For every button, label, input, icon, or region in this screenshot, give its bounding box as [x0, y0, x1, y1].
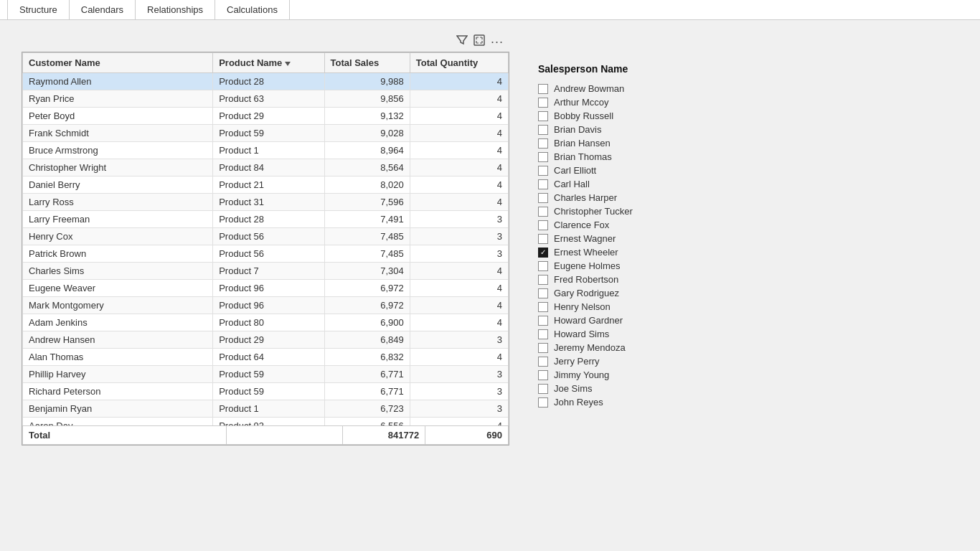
- salesperson-checkbox[interactable]: [538, 84, 548, 94]
- table-row[interactable]: Patrick BrownProduct 567,4853: [23, 245, 509, 263]
- cell-total-sales: 6,771: [324, 366, 410, 383]
- salesperson-checkbox[interactable]: [538, 193, 548, 203]
- salesperson-name-label: Henry Nelson: [554, 301, 611, 312]
- salesperson-checkbox[interactable]: [538, 261, 548, 271]
- salesperson-item[interactable]: Bobby Russell: [538, 109, 696, 123]
- salesperson-checkbox[interactable]: [538, 138, 548, 149]
- table-row[interactable]: Adam JenkinsProduct 806,9004: [23, 314, 509, 331]
- table-row[interactable]: Eugene WeaverProduct 966,9724: [23, 280, 509, 297]
- salesperson-checkbox[interactable]: [538, 207, 548, 217]
- salesperson-checkbox[interactable]: [538, 234, 548, 244]
- table-row[interactable]: Larry RossProduct 317,5964: [23, 194, 509, 211]
- nav-item-calculations[interactable]: Calculations: [215, 0, 290, 19]
- svg-rect-0: [474, 35, 484, 45]
- more-options-icon[interactable]: ···: [491, 35, 504, 48]
- filter-icon[interactable]: [456, 34, 468, 49]
- table-row[interactable]: Alan ThomasProduct 646,8324: [23, 349, 509, 366]
- salesperson-checkbox[interactable]: [538, 316, 548, 326]
- cell-total-sales: 7,491: [324, 211, 410, 228]
- col-header-total_sales[interactable]: Total Sales: [324, 53, 410, 73]
- table-row[interactable]: Henry CoxProduct 567,4853: [23, 228, 509, 245]
- table-row[interactable]: Benjamin RyanProduct 16,7233: [23, 400, 509, 418]
- cell-total-quantity: 3: [410, 331, 508, 349]
- salesperson-name-label: Carl Hall: [554, 179, 590, 189]
- table-row[interactable]: Phillip HarveyProduct 596,7713: [23, 366, 509, 383]
- table-row[interactable]: Peter BoydProduct 299,1324: [23, 108, 509, 125]
- salesperson-name-label: Ernest Wagner: [554, 233, 616, 244]
- expand-icon[interactable]: [473, 34, 485, 49]
- salesperson-checkbox[interactable]: ✓: [538, 248, 548, 258]
- salesperson-item[interactable]: Ernest Wagner: [538, 232, 696, 245]
- salesperson-item[interactable]: Jerry Perry: [538, 354, 696, 368]
- nav-item-structure[interactable]: Structure: [7, 0, 70, 19]
- salesperson-item[interactable]: Howard Sims: [538, 327, 696, 341]
- salesperson-item[interactable]: Carl Elliott: [538, 164, 696, 177]
- nav-item-calendars[interactable]: Calendars: [70, 0, 136, 19]
- salesperson-checkbox[interactable]: [538, 370, 548, 380]
- salesperson-item[interactable]: ✓Ernest Wheeler: [538, 245, 696, 259]
- cell-customer-name: Andrew Hansen: [23, 331, 213, 349]
- salesperson-item[interactable]: Jimmy Young: [538, 368, 696, 382]
- table-row[interactable]: Bruce ArmstrongProduct 18,9644: [23, 142, 509, 159]
- salesperson-checkbox[interactable]: [538, 329, 548, 339]
- salesperson-item[interactable]: Joe Sims: [538, 382, 696, 395]
- salesperson-checkbox[interactable]: [538, 357, 548, 367]
- salesperson-item[interactable]: Eugene Holmes: [538, 259, 696, 273]
- salesperson-checkbox[interactable]: [538, 111, 548, 121]
- salesperson-checkbox[interactable]: [538, 125, 548, 135]
- salesperson-checkbox[interactable]: [538, 302, 548, 312]
- table-row[interactable]: Aaron DayProduct 936,5564: [23, 418, 509, 426]
- cell-product-name: Product 7: [213, 263, 324, 280]
- salesperson-item[interactable]: Arthur Mccoy: [538, 95, 696, 109]
- table-row[interactable]: Mark MontgomeryProduct 966,9724: [23, 297, 509, 314]
- salesperson-checkbox[interactable]: [538, 152, 548, 162]
- table-scroll-container[interactable]: Customer NameProduct NameTotal SalesTota…: [22, 52, 509, 425]
- cell-total-quantity: 4: [410, 194, 508, 211]
- salesperson-checkbox[interactable]: [538, 166, 548, 176]
- salesperson-checkbox[interactable]: [538, 98, 548, 108]
- salesperson-item[interactable]: Carl Hall: [538, 177, 696, 191]
- cell-total-quantity: 3: [410, 366, 508, 383]
- table-row[interactable]: Larry FreemanProduct 287,4913: [23, 211, 509, 228]
- table-row[interactable]: Ryan PriceProduct 639,8564: [23, 90, 509, 108]
- col-header-customer_name[interactable]: Customer Name: [23, 53, 213, 73]
- salesperson-checkbox[interactable]: [538, 275, 548, 285]
- table-row[interactable]: Andrew HansenProduct 296,8493: [23, 331, 509, 349]
- salesperson-item[interactable]: Henry Nelson: [538, 300, 696, 314]
- salesperson-checkbox[interactable]: [538, 397, 548, 408]
- table-row[interactable]: Daniel BerryProduct 218,0204: [23, 176, 509, 194]
- salesperson-name-label: Christopher Tucker: [554, 206, 633, 217]
- cell-customer-name: Frank Schmidt: [23, 125, 213, 142]
- col-header-product_name[interactable]: Product Name: [213, 53, 324, 73]
- cell-product-name: Product 28: [213, 211, 324, 228]
- salesperson-item[interactable]: Fred Robertson: [538, 273, 696, 286]
- cell-product-name: Product 63: [213, 90, 324, 108]
- nav-item-relationships[interactable]: Relationships: [136, 0, 215, 19]
- salesperson-item[interactable]: Christopher Tucker: [538, 204, 696, 218]
- salesperson-checkbox[interactable]: [538, 343, 548, 353]
- cell-customer-name: Eugene Weaver: [23, 280, 213, 297]
- cell-total-quantity: 3: [410, 211, 508, 228]
- salesperson-item[interactable]: Brian Davis: [538, 123, 696, 136]
- salesperson-item[interactable]: Howard Gardner: [538, 314, 696, 327]
- salesperson-item[interactable]: Jeremy Mendoza: [538, 341, 696, 354]
- salesperson-item[interactable]: Brian Hansen: [538, 136, 696, 150]
- salesperson-item[interactable]: John Reyes: [538, 395, 696, 409]
- table-row[interactable]: Frank SchmidtProduct 599,0284: [23, 125, 509, 142]
- salesperson-checkbox[interactable]: [538, 179, 548, 189]
- salesperson-item[interactable]: Brian Thomas: [538, 150, 696, 164]
- table-row[interactable]: Richard PetersonProduct 596,7713: [23, 383, 509, 400]
- salesperson-checkbox[interactable]: [538, 220, 548, 230]
- footer-total-sales: 841772: [342, 426, 425, 445]
- salesperson-checkbox[interactable]: [538, 288, 548, 298]
- table-row[interactable]: Christopher WrightProduct 848,5644: [23, 159, 509, 176]
- salesperson-item[interactable]: Gary Rodriguez: [538, 286, 696, 300]
- footer-row: Total 841772 690: [23, 426, 509, 445]
- table-row[interactable]: Raymond AllenProduct 289,9884: [23, 73, 509, 90]
- salesperson-item[interactable]: Charles Harper: [538, 191, 696, 204]
- col-header-total_quantity[interactable]: Total Quantity: [410, 53, 508, 73]
- salesperson-checkbox[interactable]: [538, 384, 548, 394]
- salesperson-item[interactable]: Andrew Bowman: [538, 82, 696, 95]
- table-row[interactable]: Charles SimsProduct 77,3044: [23, 263, 509, 280]
- salesperson-item[interactable]: Clarence Fox: [538, 218, 696, 232]
